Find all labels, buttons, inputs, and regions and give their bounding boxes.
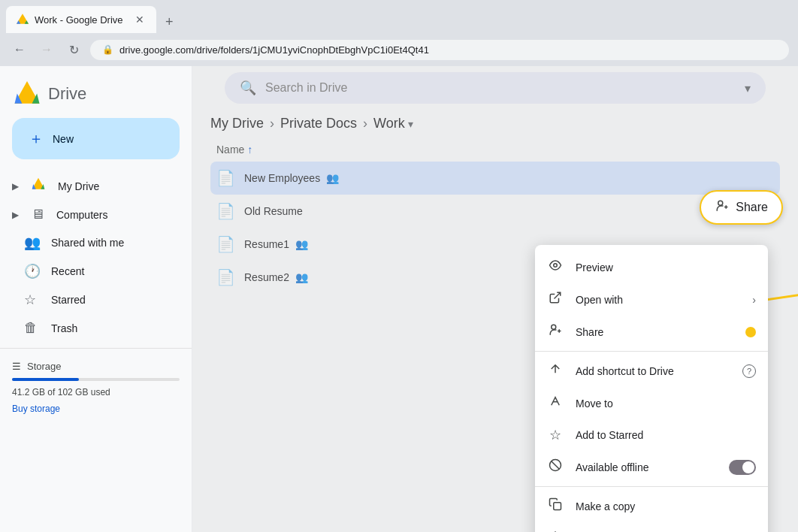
make-copy-icon — [547, 497, 564, 515]
breadcrumb-my-drive[interactable]: My Drive — [210, 116, 264, 131]
share-button-label: Share — [736, 201, 768, 214]
shared-people-icon-2: 👥 — [295, 238, 308, 250]
svg-point-9 — [718, 201, 723, 205]
doc-icon-3: 📄 — [216, 235, 235, 253]
search-input[interactable] — [265, 81, 736, 95]
file-row-old-resume[interactable]: 📄 Old Resume — [210, 195, 780, 228]
file-name: New Employees 👥 — [244, 172, 339, 184]
sidebar-item-recent[interactable]: 🕐 Recent — [0, 257, 180, 286]
offline-toggle[interactable] — [729, 460, 756, 475]
storage-header: ☰ Storage — [12, 361, 180, 372]
add-starred-icon: ☆ — [547, 427, 564, 443]
tab-close-icon[interactable]: ✕ — [135, 14, 144, 26]
sidebar: Drive ＋ New ▶ My Drive ▶ 🖥 Computers 👥 S… — [0, 66, 192, 532]
context-menu-item-add-starred[interactable]: ☆ Add to Starred — [535, 419, 768, 451]
context-menu-divider-2 — [535, 486, 768, 487]
search-bar-row: 🔍 ▾ — [192, 66, 798, 110]
context-menu-item-available-offline[interactable]: Available offline — [535, 451, 768, 483]
svg-rect-21 — [554, 503, 561, 510]
sidebar-item-shared[interactable]: 👥 Shared with me — [0, 228, 180, 257]
storage-bar-fill — [12, 378, 79, 381]
breadcrumb-current: Work ▾ — [373, 116, 413, 131]
url-text: drive.google.com/drive/folders/1jCMU1yvi… — [119, 44, 429, 56]
recent-icon: 🕐 — [24, 263, 39, 280]
add-starred-label: Add to Starred — [576, 429, 756, 441]
search-icon: 🔍 — [240, 80, 256, 96]
my-drive-arrow-icon: ▶ — [12, 181, 19, 192]
doc-icon: 📄 — [216, 169, 235, 187]
drive-logo-text: Drive — [48, 84, 86, 104]
browser-chrome: Work - Google Drive ✕ + ← → ↻ 🔒 drive.go… — [0, 0, 798, 66]
breadcrumb-dropdown-icon[interactable]: ▾ — [408, 118, 413, 130]
main-content: 🔍 ▾ My Drive › Private Docs › Work ▾ Nam… — [192, 66, 798, 532]
file-list-header: Name ↑ — [210, 141, 780, 159]
breadcrumb-private-docs[interactable]: Private Docs — [280, 116, 357, 131]
move-to-icon — [547, 394, 564, 412]
buy-storage-button[interactable]: Buy storage — [12, 404, 180, 414]
share-person-add-icon — [715, 199, 730, 216]
context-menu: Preview Open with › Share — [535, 245, 768, 532]
preview-label: Preview — [576, 261, 756, 274]
sidebar-item-shared-label: Shared with me — [51, 237, 124, 249]
available-offline-icon — [547, 458, 564, 476]
sidebar-item-starred[interactable]: ☆ Starred — [0, 286, 180, 314]
search-bar[interactable]: 🔍 ▾ — [225, 72, 766, 104]
computers-arrow-icon: ▶ — [12, 210, 19, 220]
add-shortcut-help-icon: ? — [742, 364, 756, 378]
active-tab[interactable]: Work - Google Drive ✕ — [6, 6, 156, 33]
computers-icon: 🖥 — [31, 207, 44, 222]
offline-toggle-knob — [742, 461, 754, 473]
shared-people-icon-3: 👥 — [295, 271, 308, 283]
sidebar-item-my-drive-label: My Drive — [58, 180, 99, 192]
file-row-new-employees[interactable]: 📄 New Employees 👥 — [210, 162, 780, 195]
context-menu-item-preview[interactable]: Preview — [535, 251, 768, 283]
breadcrumb-current-label: Work — [373, 116, 405, 131]
tab-title: Work - Google Drive — [35, 14, 123, 26]
doc-icon-2: 📄 — [216, 202, 235, 220]
context-menu-item-open-with[interactable]: Open with › — [535, 283, 768, 316]
context-menu-item-download[interactable]: Download — [535, 522, 768, 532]
storage-section: ☰ Storage 41.2 GB of 102 GB used Buy sto… — [0, 355, 192, 420]
context-menu-item-move-to[interactable]: Move to — [535, 387, 768, 419]
file-name-4: Resume2 👥 — [244, 271, 308, 283]
open-with-icon — [547, 291, 564, 308]
name-column-header[interactable]: Name ↑ — [216, 144, 252, 156]
context-menu-item-add-shortcut[interactable]: Add shortcut to Drive ? — [535, 355, 768, 387]
svg-point-16 — [552, 325, 556, 329]
open-with-arrow-icon: › — [752, 294, 756, 306]
drive-logo-icon — [12, 81, 42, 106]
new-button-label: New — [53, 133, 74, 145]
shared-icon: 👥 — [24, 234, 39, 251]
breadcrumb: My Drive › Private Docs › Work ▾ — [192, 110, 798, 141]
share-menu-label: Share — [576, 326, 733, 338]
url-bar[interactable]: 🔒 drive.google.com/drive/folders/1jCMU1y… — [90, 40, 789, 60]
breadcrumb-sep-1: › — [270, 116, 274, 131]
file-name-3: Resume1 👥 — [244, 238, 308, 250]
svg-line-20 — [552, 461, 560, 470]
sidebar-item-computers[interactable]: ▶ 🖥 Computers — [0, 201, 180, 228]
new-button[interactable]: ＋ New — [12, 118, 180, 159]
starred-icon: ☆ — [24, 292, 39, 308]
share-button-overlay[interactable]: Share — [700, 190, 783, 225]
available-offline-label: Available offline — [576, 461, 717, 473]
open-with-label: Open with — [576, 294, 740, 306]
context-menu-item-share[interactable]: Share — [535, 316, 768, 348]
trash-icon: 🗑 — [24, 320, 39, 336]
file-name-2: Old Resume — [244, 205, 303, 217]
doc-icon-4: 📄 — [216, 268, 235, 286]
sidebar-item-my-drive[interactable]: ▶ My Drive — [0, 171, 180, 201]
context-menu-item-make-copy[interactable]: Make a copy — [535, 490, 768, 522]
reload-button[interactable]: ↻ — [63, 39, 84, 60]
tab-bar: Work - Google Drive ✕ + — [0, 0, 798, 33]
sidebar-item-recent-label: Recent — [51, 265, 84, 277]
sidebar-item-trash[interactable]: 🗑 Trash — [0, 314, 180, 342]
new-tab-button[interactable]: + — [159, 14, 180, 30]
svg-line-15 — [555, 292, 561, 298]
forward-button[interactable]: → — [36, 39, 57, 60]
storage-bar-bg — [12, 378, 180, 381]
share-menu-icon — [547, 323, 564, 340]
back-button[interactable]: ← — [9, 39, 30, 60]
sidebar-logo: Drive — [0, 72, 192, 118]
search-dropdown-icon[interactable]: ▾ — [745, 81, 751, 95]
new-button-icon: ＋ — [29, 128, 44, 149]
